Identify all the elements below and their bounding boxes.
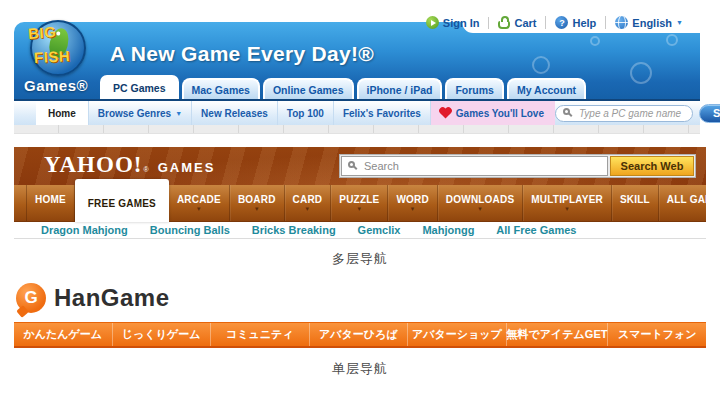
cart-icon (498, 21, 510, 29)
hangame-nav-avatar-plaza[interactable]: アバターひろば (309, 323, 408, 346)
hangame-nav-free-item-get[interactable]: 無料でアイテムGET (506, 323, 608, 346)
hangame-nav-deep-games[interactable]: じっくりゲーム (112, 323, 211, 346)
utility-bar: Sign In Cart ? Help English ▼ (417, 14, 692, 31)
chevron-down-icon: ▼ (356, 207, 362, 212)
bigfish-logo-text-big: BIG (27, 23, 56, 42)
tab-my-account[interactable]: My Account (507, 78, 586, 99)
bubble-decoration (630, 62, 652, 84)
chevron-down-icon: ▼ (175, 110, 182, 117)
bigfish-blue-banner: A New Game Every Day!® PC Games Mac Game… (14, 22, 700, 99)
yahoo-nav-word[interactable]: WORD ▼ (388, 185, 437, 221)
bubble-decoration (590, 36, 600, 46)
cart-link[interactable]: Cart (488, 17, 545, 29)
nav-top-100[interactable]: Top 100 (278, 101, 334, 125)
yahoo-nav-downloads[interactable]: DOWNLOADS ▼ (438, 185, 523, 221)
chevron-down-icon: ▼ (564, 207, 570, 212)
page: A New Game Every Day!® PC Games Mac Game… (0, 0, 720, 403)
chevron-down-icon: ▼ (410, 207, 416, 212)
subnav-bricks-breaking[interactable]: Bricks Breaking (241, 224, 347, 236)
yahoo-nav-skill[interactable]: SKILL ▼ (612, 185, 659, 221)
subnav-dragon-mahjong[interactable]: Dragon Mahjong (30, 224, 139, 236)
nav-games-youll-love[interactable]: Games You'll Love (431, 101, 555, 125)
yahoo-nav-card[interactable]: CARD ▼ (285, 185, 332, 221)
bigfish-header-section: A New Game Every Day!® PC Games Mac Game… (14, 14, 700, 136)
hangame-nav-avatar-shop[interactable]: アバターショップ (407, 323, 506, 346)
hangame-g-icon: G (16, 283, 46, 313)
yahoo-search-bar: Search Web (339, 154, 696, 178)
yahoo-games-logo[interactable]: YAHOO! ® GAMES (44, 152, 215, 178)
subnav-mahjongg[interactable]: Mahjongg (411, 224, 485, 236)
hangame-nav-easy-games[interactable]: かんたんゲーム (14, 323, 112, 346)
globe-icon (615, 16, 628, 29)
nav-felixs-favorites[interactable]: Felix's Favorites (334, 101, 431, 125)
yahoo-nav-all-games[interactable]: ALL GAMES ▼ (659, 185, 720, 221)
tab-iphone-ipad[interactable]: iPhone / iPad (357, 78, 443, 99)
help-icon: ? (555, 16, 568, 29)
yahoo-nav-bar: HOME ▼ FREE GAMES ARCADE ▼ BOARD ▼ CARD … (14, 185, 706, 222)
nav-browse-genres[interactable]: Browse Genres ▼ (89, 101, 192, 125)
nav-home[interactable]: Home (36, 101, 89, 125)
subnav-gemclix[interactable]: Gemclix (347, 224, 412, 236)
content-cutoff-strip (14, 125, 700, 134)
subnav-bouncing-balls[interactable]: Bouncing Balls (139, 224, 241, 236)
bigfish-logo[interactable]: BIG FISH Games® (22, 16, 112, 98)
tab-online-games[interactable]: Online Games (263, 78, 354, 99)
pc-game-search-input[interactable] (555, 105, 693, 122)
chevron-down-icon: ▼ (304, 207, 310, 212)
caption-multi-layer-nav: 多层导航 (0, 250, 720, 268)
search-input-wrap (555, 105, 693, 122)
search-input-wrap (341, 156, 608, 176)
yahoo-search-input[interactable] (341, 156, 608, 176)
tab-forums[interactable]: Forums (445, 78, 504, 99)
hangame-logo-text: HanGame (54, 284, 170, 312)
yahoo-nav-free-games[interactable]: FREE GAMES (75, 179, 169, 222)
yahoo-subnav: Dragon Mahjong Bouncing Balls Bricks Bre… (14, 222, 706, 239)
yahoo-header-section: YAHOO! ® GAMES Search Web HOME ▼ FREE GA… (14, 147, 706, 240)
caption-single-layer-nav: 单层导航 (0, 360, 720, 378)
yahoo-nav-puzzle[interactable]: PUZZLE ▼ (331, 185, 388, 221)
search-web-button[interactable]: Search Web (610, 156, 694, 176)
yahoo-nav-home[interactable]: HOME ▼ (26, 185, 75, 221)
chevron-down-icon: ▼ (477, 207, 483, 212)
bigfish-tagline: A New Game Every Day!® (110, 42, 374, 66)
tab-mac-games[interactable]: Mac Games (182, 78, 260, 99)
search-button[interactable]: Search (699, 104, 720, 123)
bigfish-subnav: Home Browse Genres ▼ New Releases Top 10… (14, 99, 700, 125)
bigfish-tab-bar: PC Games Mac Games Online Games iPhone /… (100, 75, 586, 99)
sign-in-link[interactable]: Sign In (417, 16, 489, 29)
language-selector[interactable]: English ▼ (605, 16, 692, 29)
hangame-nav-bar: かんたんゲーム じっくりゲーム コミュニティ アバターひろば アバターショップ … (14, 322, 706, 348)
search-icon (563, 108, 570, 115)
bigfish-logo-text-fish: FISH (34, 47, 71, 66)
hangame-nav-smartphone[interactable]: スマートフォン (607, 323, 706, 346)
yahoo-nav-board[interactable]: BOARD ▼ (230, 185, 285, 221)
chevron-down-icon: ▼ (196, 207, 202, 212)
chevron-down-icon: ▼ (676, 19, 683, 26)
bubble-decoration (666, 34, 678, 46)
hangame-nav-community[interactable]: コミュニティ (210, 323, 309, 346)
help-link[interactable]: ? Help (545, 16, 605, 29)
subnav-all-free-games[interactable]: All Free Games (485, 224, 587, 236)
hangame-logo[interactable]: G HanGame (16, 283, 170, 313)
bigfish-logo-text-games: Games® (24, 77, 88, 94)
sign-in-icon (426, 16, 439, 29)
heart-icon (440, 108, 450, 118)
yahoo-nav-multiplayer[interactable]: MULTIPLAYER ▼ (523, 185, 612, 221)
nav-new-releases[interactable]: New Releases (192, 101, 278, 125)
bubble-decoration (532, 56, 550, 74)
yahoo-nav-arcade[interactable]: ARCADE ▼ (169, 185, 230, 221)
chevron-down-icon: ▼ (254, 207, 260, 212)
search-icon (348, 161, 355, 168)
bigfish-search-area: Search (555, 101, 720, 125)
